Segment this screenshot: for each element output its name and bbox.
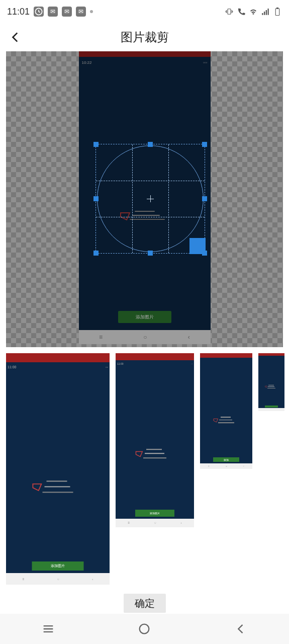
resize-corner[interactable] — [189, 238, 206, 254]
nav-menu-button[interactable] — [40, 620, 57, 637]
thumb3-btn: 添加 — [213, 457, 239, 462]
svg-point-8 — [140, 624, 149, 634]
battery-icon — [273, 7, 282, 16]
clock-icon — [34, 7, 44, 17]
handle-top-right[interactable] — [202, 142, 207, 147]
svg-rect-1 — [228, 9, 231, 15]
thumbnail-row: 11:00◦◦ 添加图片 ≡○‹ 11:00◦ 添加图片 ≡○‹ 添加 ≡○‹ — [0, 353, 289, 585]
handle-top-middle[interactable] — [148, 142, 153, 147]
grid-vertical-1 — [132, 144, 133, 253]
thumb4-btn — [265, 406, 278, 408]
mail-icon-3: ✉ — [76, 7, 86, 17]
vibrate-icon — [225, 7, 234, 16]
handle-top-left[interactable] — [93, 142, 99, 147]
svg-rect-6 — [275, 9, 279, 16]
wifi-icon — [249, 7, 258, 16]
phone-icon — [237, 7, 246, 16]
preview-inner-right: ◦◦◦ — [203, 60, 208, 65]
handle-bottom-middle[interactable] — [148, 251, 153, 256]
svg-rect-4 — [266, 10, 267, 15]
grid-horizontal-1 — [96, 181, 205, 181]
thumbnail-3[interactable]: 添加 ≡○‹ — [200, 353, 252, 469]
signal-icon — [261, 7, 270, 16]
nav-home-button[interactable] — [136, 620, 153, 637]
preview-nav-circle-icon: ○ — [143, 334, 147, 341]
svg-rect-2 — [262, 13, 263, 15]
preview-add-button: 添加图片 — [118, 311, 171, 323]
status-left: 11:01 ✉ ✉ ✉ — [7, 7, 93, 17]
header: 图片裁剪 — [0, 23, 289, 51]
mail-icon: ✉ — [48, 7, 58, 17]
status-bar: 11:01 ✉ ✉ ✉ — [0, 0, 289, 23]
crop-frame[interactable] — [95, 144, 205, 254]
system-nav-bar — [0, 614, 289, 644]
thumb1-btn: 添加图片 — [32, 561, 84, 571]
preview-nav-menu-icon: ≡ — [99, 334, 103, 341]
status-right — [225, 7, 282, 16]
more-dot-icon — [90, 10, 93, 13]
preview-inner-time: 10:22 — [82, 60, 92, 65]
svg-rect-7 — [277, 8, 278, 9]
handle-middle-left[interactable] — [93, 196, 99, 201]
thumbnail-1[interactable]: 11:00◦◦ 添加图片 ≡○‹ — [6, 353, 110, 585]
back-button[interactable] — [8, 30, 23, 45]
handle-middle-right[interactable] — [202, 196, 207, 201]
confirm-button[interactable]: 确定 — [124, 594, 166, 613]
grid-horizontal-2 — [96, 217, 205, 217]
preview-inner-status: 10:22 ◦◦◦ — [79, 57, 211, 68]
status-time: 11:01 — [7, 7, 30, 17]
thumbnail-4[interactable] — [258, 353, 284, 411]
preview-nav-back-icon: ‹ — [188, 334, 190, 341]
page-title: 图片裁剪 — [0, 29, 289, 45]
nav-back-button[interactable] — [232, 620, 249, 637]
thumb2-btn: 添加图片 — [135, 510, 174, 517]
handle-bottom-left[interactable] — [93, 251, 99, 256]
svg-rect-3 — [264, 12, 265, 15]
grid-vertical-2 — [168, 144, 169, 253]
center-cross-icon — [147, 195, 154, 202]
preview-navbar: ≡ ○ ‹ — [79, 330, 211, 344]
svg-rect-5 — [268, 9, 269, 15]
thumbnail-2[interactable]: 11:00◦ 添加图片 ≡○‹ — [116, 353, 194, 527]
preview-red-bar — [79, 51, 211, 57]
mail-icon-2: ✉ — [62, 7, 72, 17]
crop-canvas[interactable]: 10:22 ◦◦◦ 添加图片 ≡ ○ ‹ — [6, 51, 283, 347]
